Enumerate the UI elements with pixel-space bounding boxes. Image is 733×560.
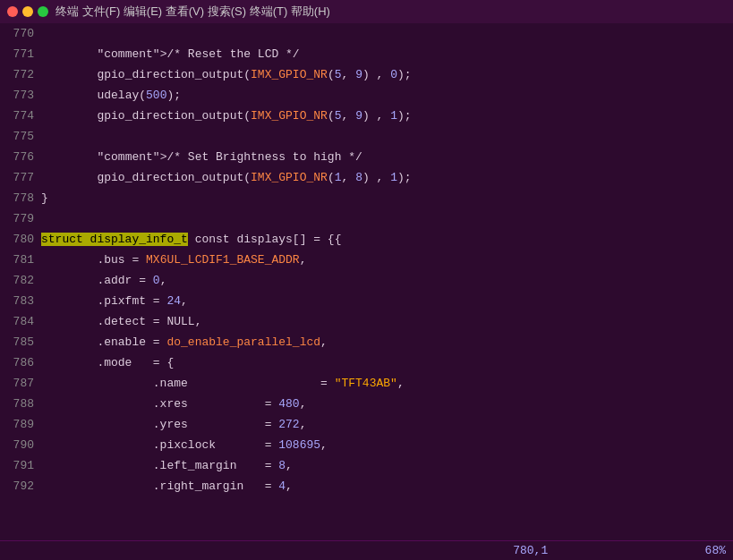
line-number: 776 [0,148,41,167]
statusbar-percent: 68% [705,544,726,557]
code-line-789: 789 .yres = 272, [0,414,733,435]
maximize-button[interactable] [38,6,48,17]
window-controls[interactable] [7,6,48,17]
line-number: 771 [0,45,41,64]
code-line-785: 785 .enable = do_enable_parallel_lcd, [0,332,733,352]
line-number: 778 [0,189,41,208]
code-line-780: 780struct display_info_t const displays[… [0,229,733,250]
line-number: 773 [0,86,41,106]
minimize-button[interactable] [22,6,33,17]
code-line-776: 776 "comment">/* Set Brightness to high … [0,147,733,167]
line-number: 782 [0,271,41,291]
line-number: 774 [0,106,41,126]
code-area: 770 771 "comment">/* Reset the LCD */772… [0,23,733,496]
code-line-771: 771 "comment">/* Reset the LCD */ [0,44,733,64]
line-number: 785 [0,333,41,352]
close-button[interactable] [7,6,18,17]
line-number: 783 [0,292,41,311]
code-line-777: 777 gpio_direction_output(IMX_GPIO_NR(1,… [0,167,733,188]
line-number: 784 [0,312,41,332]
code-line-778: 778} [0,188,733,208]
line-number: 787 [0,374,41,394]
line-number: 791 [0,456,41,476]
code-line-781: 781 .bus = MX6UL_LCDIF1_BASE_ADDR, [0,250,733,270]
line-number: 789 [0,415,41,435]
code-line-775: 775 [0,126,733,147]
code-line-774: 774 gpio_direction_output(IMX_GPIO_NR(5,… [0,106,733,126]
code-line-772: 772 gpio_direction_output(IMX_GPIO_NR(5,… [0,64,733,85]
code-line-786: 786 .mode = { [0,352,733,373]
code-line-788: 788 .xres = 480, [0,394,733,414]
line-number: 770 [0,24,41,44]
line-number: 781 [0,250,41,270]
line-number: 786 [0,353,41,373]
line-number: 772 [0,65,41,85]
line-number: 775 [0,127,41,147]
line-number: 777 [0,168,41,188]
code-line-784: 784 .detect = NULL, [0,311,733,332]
code-line-779: 779 [0,208,733,229]
code-line-773: 773 udelay(500); [0,85,733,106]
line-number: 780 [0,230,41,250]
code-line-790: 790 .pixclock = 108695, [0,435,733,455]
statusbar: 780,1 68% [0,540,733,560]
code-line-770: 770 [0,23,733,44]
line-number: 792 [0,477,41,496]
line-number: 788 [0,395,41,414]
code-line-782: 782 .addr = 0, [0,270,733,291]
line-number: 779 [0,209,41,229]
code-line-787: 787 .name = "TFT43AB", [0,373,733,394]
statusbar-position: 780,1 [356,544,705,557]
code-line-792: 792 .right_margin = 4, [0,476,733,496]
code-line-791: 791 .left_margin = 8, [0,455,733,476]
titlebar: 终端 文件(F) 编辑(E) 查看(V) 搜索(S) 终端(T) 帮助(H) [0,0,733,23]
line-number: 790 [0,436,41,455]
code-line-783: 783 .pixfmt = 24, [0,291,733,311]
titlebar-text: 终端 文件(F) 编辑(E) 查看(V) 搜索(S) 终端(T) 帮助(H) [55,4,330,20]
